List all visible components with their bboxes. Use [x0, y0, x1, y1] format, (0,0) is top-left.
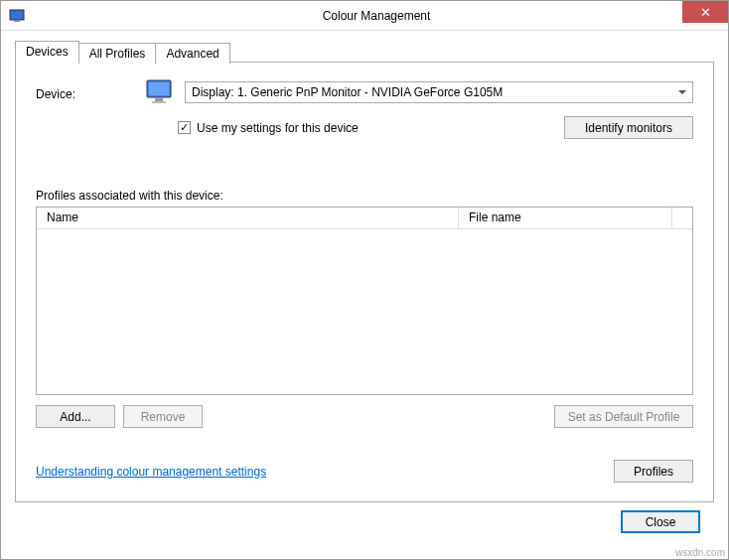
close-window-button[interactable]: ✕: [682, 1, 728, 23]
content-area: Devices All Profiles Advanced Device: Di…: [1, 31, 728, 533]
tab-devices[interactable]: Devices: [15, 41, 79, 63]
understanding-link[interactable]: Understanding colour management settings: [36, 465, 266, 479]
listview-header: Name File name: [37, 208, 692, 229]
profiles-button[interactable]: Profiles: [614, 460, 693, 483]
tab-strip: Devices All Profiles Advanced: [15, 41, 714, 63]
profiles-associated-label: Profiles associated with this device:: [36, 189, 693, 203]
column-file-name[interactable]: File name: [459, 208, 672, 228]
svg-rect-1: [14, 20, 20, 22]
close-icon: ✕: [700, 5, 711, 20]
settings-row: ✓ Use my settings for this device Identi…: [36, 116, 693, 139]
use-settings-checkbox[interactable]: ✓: [178, 121, 191, 134]
use-settings-label: Use my settings for this device: [197, 121, 359, 135]
link-row: Understanding colour management settings…: [36, 460, 693, 483]
remove-button: Remove: [123, 405, 203, 428]
tab-panel-devices: Device: Display: 1. Generic PnP Monitor …: [15, 62, 714, 502]
tab-all-profiles[interactable]: All Profiles: [78, 43, 157, 64]
monitor-icon: [145, 78, 175, 106]
set-default-profile-button: Set as Default Profile: [554, 405, 693, 428]
app-icon: [9, 8, 25, 24]
device-row: Device: Display: 1. Generic PnP Monitor …: [36, 78, 693, 106]
tab-advanced[interactable]: Advanced: [155, 43, 229, 64]
svg-rect-0: [10, 10, 24, 20]
svg-rect-3: [149, 82, 169, 95]
svg-rect-4: [155, 98, 163, 101]
device-label: Device:: [36, 83, 135, 101]
window-title: Colour Management: [25, 9, 728, 23]
title-bar: Colour Management ✕: [1, 1, 728, 31]
add-button[interactable]: Add...: [36, 405, 115, 428]
svg-rect-5: [152, 101, 166, 103]
column-name[interactable]: Name: [37, 208, 459, 228]
dialog-footer: Close: [15, 502, 714, 533]
watermark: wsxdn.com: [675, 547, 725, 558]
column-end: [672, 208, 692, 228]
device-selected-value: Display: 1. Generic PnP Monitor - NVIDIA…: [192, 85, 503, 99]
identify-monitors-button[interactable]: Identify monitors: [564, 116, 693, 139]
profile-buttons-row: Add... Remove Set as Default Profile: [36, 405, 693, 428]
device-dropdown[interactable]: Display: 1. Generic PnP Monitor - NVIDIA…: [185, 81, 693, 103]
close-button[interactable]: Close: [621, 510, 700, 533]
profiles-listview[interactable]: Name File name: [36, 207, 693, 395]
